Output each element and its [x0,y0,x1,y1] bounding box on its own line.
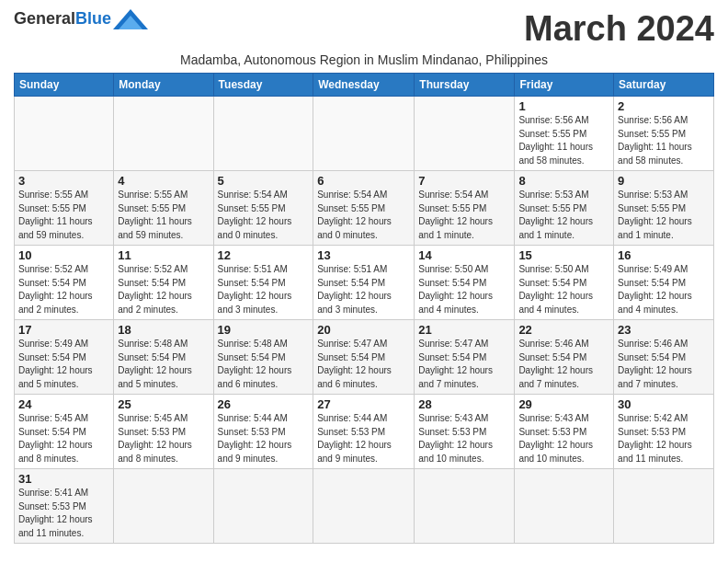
day-number: 8 [518,174,609,188]
day-info: Sunrise: 5:51 AM Sunset: 5:54 PM Dayligh… [317,263,410,316]
calendar-cell: 23Sunrise: 5:46 AM Sunset: 5:54 PM Dayli… [614,320,714,395]
day-info: Sunrise: 5:44 AM Sunset: 5:53 PM Dayligh… [317,412,410,465]
day-info: Sunrise: 5:54 AM Sunset: 5:55 PM Dayligh… [418,189,510,242]
day-number: 31 [18,472,109,486]
calendar-cell: 20Sunrise: 5:47 AM Sunset: 5:54 PM Dayli… [313,320,415,395]
day-info: Sunrise: 5:55 AM Sunset: 5:55 PM Dayligh… [18,189,109,242]
calendar-cell: 24Sunrise: 5:45 AM Sunset: 5:54 PM Dayli… [15,395,114,469]
logo-icon [113,9,148,29]
day-info: Sunrise: 5:47 AM Sunset: 5:54 PM Dayligh… [317,338,410,391]
calendar-cell [515,469,614,544]
calendar-cell: 17Sunrise: 5:49 AM Sunset: 5:54 PM Dayli… [15,320,114,395]
day-number: 16 [618,248,710,262]
day-info: Sunrise: 5:52 AM Sunset: 5:54 PM Dayligh… [118,263,209,316]
day-number: 28 [418,397,510,411]
day-info: Sunrise: 5:43 AM Sunset: 5:53 PM Dayligh… [518,412,609,465]
calendar-week-row: 3Sunrise: 5:55 AM Sunset: 5:55 PM Daylig… [15,171,714,246]
day-number: 3 [18,174,109,188]
calendar-cell [213,469,313,544]
calendar-cell: 18Sunrise: 5:48 AM Sunset: 5:54 PM Dayli… [114,320,213,395]
weekday-header-monday: Monday [114,74,213,97]
calendar-week-row: 10Sunrise: 5:52 AM Sunset: 5:54 PM Dayli… [15,246,714,320]
day-number: 10 [18,248,109,262]
calendar-week-row: 31Sunrise: 5:41 AM Sunset: 5:53 PM Dayli… [15,469,714,544]
logo-text: GeneralBlue [14,10,111,29]
day-info: Sunrise: 5:49 AM Sunset: 5:54 PM Dayligh… [618,263,710,316]
logo-blue: Blue [75,9,111,28]
day-info: Sunrise: 5:54 AM Sunset: 5:55 PM Dayligh… [317,189,410,242]
day-info: Sunrise: 5:53 AM Sunset: 5:55 PM Dayligh… [618,189,710,242]
day-info: Sunrise: 5:55 AM Sunset: 5:55 PM Dayligh… [118,189,209,242]
day-info: Sunrise: 5:50 AM Sunset: 5:54 PM Dayligh… [518,263,609,316]
day-info: Sunrise: 5:46 AM Sunset: 5:54 PM Dayligh… [518,338,609,391]
subtitle: Madamba, Autonomous Region in Muslim Min… [14,52,714,67]
calendar-cell [213,97,313,171]
calendar-cell: 26Sunrise: 5:44 AM Sunset: 5:53 PM Dayli… [213,395,313,469]
day-number: 9 [618,174,710,188]
day-info: Sunrise: 5:53 AM Sunset: 5:55 PM Dayligh… [518,189,609,242]
calendar-cell: 15Sunrise: 5:50 AM Sunset: 5:54 PM Dayli… [515,246,614,320]
calendar-cell [313,469,415,544]
calendar-cell: 6Sunrise: 5:54 AM Sunset: 5:55 PM Daylig… [313,171,415,246]
day-number: 23 [618,323,710,337]
weekday-header-wednesday: Wednesday [313,74,415,97]
calendar-cell [313,97,415,171]
day-number: 29 [518,397,609,411]
day-number: 17 [18,323,109,337]
day-number: 2 [618,99,710,113]
calendar-cell: 4Sunrise: 5:55 AM Sunset: 5:55 PM Daylig… [114,171,213,246]
day-number: 4 [118,174,209,188]
calendar-cell: 16Sunrise: 5:49 AM Sunset: 5:54 PM Dayli… [614,246,714,320]
calendar-cell [114,469,213,544]
day-number: 26 [218,397,310,411]
day-info: Sunrise: 5:43 AM Sunset: 5:53 PM Dayligh… [418,412,510,465]
calendar-cell: 1Sunrise: 5:56 AM Sunset: 5:55 PM Daylig… [515,97,614,171]
day-number: 22 [518,323,609,337]
calendar-cell: 11Sunrise: 5:52 AM Sunset: 5:54 PM Dayli… [114,246,213,320]
calendar-cell: 13Sunrise: 5:51 AM Sunset: 5:54 PM Dayli… [313,246,415,320]
day-info: Sunrise: 5:56 AM Sunset: 5:55 PM Dayligh… [618,114,710,167]
day-number: 13 [317,248,410,262]
calendar-cell: 19Sunrise: 5:48 AM Sunset: 5:54 PM Dayli… [213,320,313,395]
calendar-cell: 10Sunrise: 5:52 AM Sunset: 5:54 PM Dayli… [15,246,114,320]
calendar-cell: 14Sunrise: 5:50 AM Sunset: 5:54 PM Dayli… [415,246,515,320]
day-info: Sunrise: 5:50 AM Sunset: 5:54 PM Dayligh… [418,263,510,316]
day-number: 7 [418,174,510,188]
calendar-cell [114,97,213,171]
weekday-header-sunday: Sunday [15,74,114,97]
day-number: 18 [118,323,209,337]
day-info: Sunrise: 5:46 AM Sunset: 5:54 PM Dayligh… [618,338,710,391]
calendar-cell [15,97,114,171]
calendar-cell [415,97,515,171]
day-number: 1 [518,99,609,113]
day-number: 24 [18,397,109,411]
calendar-cell: 25Sunrise: 5:45 AM Sunset: 5:53 PM Dayli… [114,395,213,469]
day-info: Sunrise: 5:45 AM Sunset: 5:54 PM Dayligh… [18,412,109,465]
logo-general: General [14,9,75,28]
day-number: 20 [317,323,410,337]
day-number: 25 [118,397,209,411]
calendar-cell: 5Sunrise: 5:54 AM Sunset: 5:55 PM Daylig… [213,171,313,246]
calendar-cell: 2Sunrise: 5:56 AM Sunset: 5:55 PM Daylig… [614,97,714,171]
day-info: Sunrise: 5:56 AM Sunset: 5:55 PM Dayligh… [518,114,609,167]
calendar-week-row: 17Sunrise: 5:49 AM Sunset: 5:54 PM Dayli… [15,320,714,395]
calendar-cell: 9Sunrise: 5:53 AM Sunset: 5:55 PM Daylig… [614,171,714,246]
header-area: GeneralBlue March 2024 [14,9,714,49]
weekday-header-row: SundayMondayTuesdayWednesdayThursdayFrid… [15,74,714,97]
day-number: 30 [618,397,710,411]
day-info: Sunrise: 5:51 AM Sunset: 5:54 PM Dayligh… [218,263,310,316]
calendar-cell [614,469,714,544]
day-info: Sunrise: 5:54 AM Sunset: 5:55 PM Dayligh… [218,189,310,242]
day-number: 5 [218,174,310,188]
day-number: 12 [218,248,310,262]
logo-area: GeneralBlue [14,9,148,29]
calendar-cell: 21Sunrise: 5:47 AM Sunset: 5:54 PM Dayli… [415,320,515,395]
weekday-header-thursday: Thursday [415,74,515,97]
calendar-cell: 31Sunrise: 5:41 AM Sunset: 5:53 PM Dayli… [15,469,114,544]
calendar-cell: 28Sunrise: 5:43 AM Sunset: 5:53 PM Dayli… [415,395,515,469]
day-number: 19 [218,323,310,337]
day-number: 15 [518,248,609,262]
day-info: Sunrise: 5:48 AM Sunset: 5:54 PM Dayligh… [218,338,310,391]
calendar-week-row: 1Sunrise: 5:56 AM Sunset: 5:55 PM Daylig… [15,97,714,171]
calendar-cell: 3Sunrise: 5:55 AM Sunset: 5:55 PM Daylig… [15,171,114,246]
